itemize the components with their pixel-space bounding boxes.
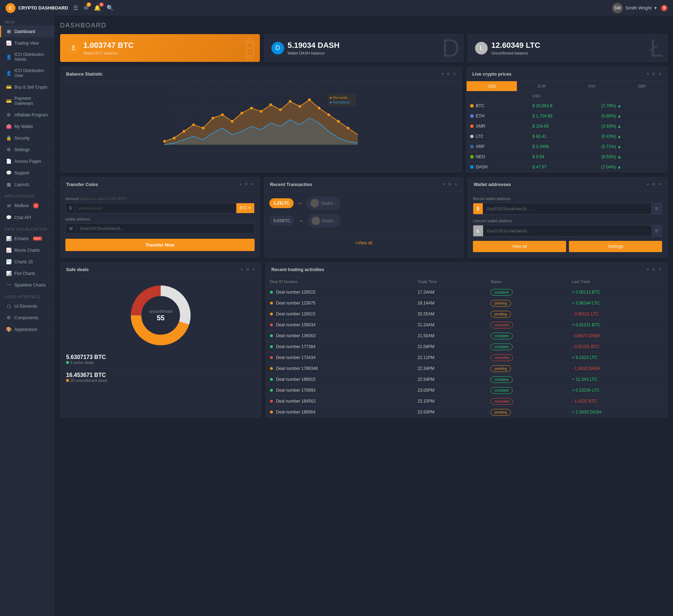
settings-icon[interactable]: ⚙ <box>652 182 655 187</box>
sidebar-icon-sparkline-charts: 〰 <box>6 282 12 288</box>
close-icon[interactable]: ✕ <box>454 182 457 187</box>
transfer-button[interactable]: Transfer Now <box>65 239 255 251</box>
collapse-icon[interactable]: ▾ <box>647 72 649 76</box>
btc-copy-icon[interactable]: ⎘ <box>652 203 662 214</box>
sidebar-item-echarts[interactable]: 📊EchartsHOT‹ <box>0 233 55 244</box>
sidebar-item-dashboard[interactable]: ⊞Dashboard <box>0 26 55 37</box>
sidebar-label-dashboard: Dashboard <box>14 29 35 34</box>
crypto-tab-gbp[interactable]: GBP <box>617 81 667 91</box>
sidebar-item-components[interactable]: ⚙Components‹ <box>0 312 55 323</box>
ltc-copy-icon[interactable]: ⎘ <box>652 225 662 236</box>
sidebar-item-mailbox[interactable]: ✉Mailbox4‹ <box>0 200 55 212</box>
trade-time-0: 17.24AM <box>413 287 486 298</box>
trading-row-8[interactable]: Deal number 189915 22.54PM complete + 12… <box>266 374 667 385</box>
collapse-icon[interactable]: ▾ <box>443 182 445 187</box>
crypto-row-xmr[interactable]: XMR $ 154.65 (3.93%) ▲ <box>467 121 667 131</box>
crypto-row-xrp[interactable]: XRP $ 0.3499 (5.71%) ▲ <box>467 142 667 152</box>
sidebar-label-echarts: Echarts <box>14 236 29 241</box>
collapse-icon[interactable]: ▾ <box>239 182 242 187</box>
settings-icon[interactable]: ⚙ <box>246 267 249 272</box>
trading-row-6[interactable]: Deal number 173434 22.11PM cancelled + 9… <box>266 352 667 363</box>
coin-dot-btc <box>470 104 474 108</box>
settings-icon[interactable]: ⚙ <box>448 182 451 187</box>
btc-address-input[interactable] <box>483 203 652 214</box>
sidebar-item-trading-view[interactable]: 📈Trading View <box>0 37 55 49</box>
col-usd: USD <box>529 91 598 101</box>
trading-row-1[interactable]: Deal number 123675 18.14AM pending + 3.9… <box>266 298 667 309</box>
sidebar-item-ico-user[interactable]: 👤ICO Distribution User <box>0 65 55 81</box>
brand[interactable]: C CRYPTO DASHBOARD <box>6 3 68 13</box>
wallet-view-all-button[interactable]: View all <box>473 241 566 252</box>
trading-row-3[interactable]: Deal number 159034 21.24AM cancelled + 0… <box>266 320 667 331</box>
amount-input[interactable] <box>76 203 236 213</box>
sidebar-icon-layouts: ▦ <box>6 182 12 187</box>
sidebar-item-morris-charts[interactable]: 📈Morris Charts‹ <box>0 244 55 256</box>
crypto-row-neo[interactable]: NEO $ 9.54 (8.55%) ▲ <box>467 152 667 162</box>
tx-amount-1: 0.03BTC <box>269 216 295 226</box>
close-icon[interactable]: ✕ <box>658 72 661 76</box>
crypto-tab-cny[interactable]: CNY <box>567 81 617 91</box>
deal-dot-2 <box>270 313 273 315</box>
sidebar-item-security[interactable]: 🔒Security <box>0 132 55 144</box>
crypto-tab-eur[interactable]: EUR <box>517 81 567 91</box>
trading-row-2[interactable]: Deal number 126515 20.25AM pending - 0.0… <box>266 309 667 320</box>
close-icon[interactable]: ✕ <box>658 182 661 187</box>
settings-icon[interactable]: ⚙ <box>447 72 450 76</box>
trade-time-2: 20.25AM <box>413 309 486 320</box>
user-info[interactable]: SW Smith Wright ▾ <box>612 3 657 13</box>
transaction-list: 1.23LTC → OxsD1... 0.03BTC → OxsD1... <box>264 192 463 237</box>
sidebar-item-payment-gateways[interactable]: 💳Payment Gateways <box>0 93 55 109</box>
crypto-row-ltc[interactable]: LTC $ 60.41 (0.43%) ▲ <box>467 131 667 142</box>
trading-row-0[interactable]: Deal number 126515 17.24AM complete + 0.… <box>266 287 667 298</box>
collapse-icon[interactable]: ▾ <box>647 267 649 272</box>
crypto-row-eth[interactable]: ETH $ 1,704.89 (5.66%) ▲ <box>467 111 667 121</box>
sidebar-item-affiliate[interactable]: ⚙Affailiate Program <box>0 109 55 121</box>
sidebar-item-access-pages[interactable]: 📄Access Pages‹ <box>0 155 55 167</box>
close-icon[interactable]: ✕ <box>658 267 661 272</box>
search-icon[interactable]: 🔍 <box>107 5 114 11</box>
menu-icon[interactable]: ☰ <box>73 5 78 11</box>
svg-point-27 <box>269 103 272 106</box>
sidebar-item-my-wallet[interactable]: 👛My Wallet <box>0 121 55 132</box>
sidebar-label-ico-user: ICO Distribution User <box>14 68 50 78</box>
chat-badge[interactable]: 9 <box>661 5 667 11</box>
collapse-icon[interactable]: ▾ <box>442 72 444 76</box>
ltc-address-input[interactable] <box>483 225 652 236</box>
sidebar-item-settings[interactable]: ⚙Settings‹ <box>0 144 55 155</box>
view-all-button[interactable]: +View all <box>264 237 463 249</box>
sidebar-item-appearance[interactable]: 🎨Appearance‹ <box>0 323 55 335</box>
close-icon[interactable]: ✕ <box>251 182 254 187</box>
sidebar-item-flot-charts[interactable]: 📊Flot Charts‹ <box>0 268 55 279</box>
currency-selector[interactable]: BTC ▾ <box>236 203 254 213</box>
sidebar-item-charts-js[interactable]: 📉Charts JS‹ <box>0 256 55 268</box>
email-icon[interactable]: ✉7 <box>84 5 88 11</box>
sidebar-item-ui-elements[interactable]: ◻Ui Elements‹ <box>0 300 55 312</box>
wallet-settings-button[interactable]: Settings <box>569 241 662 252</box>
close-icon[interactable]: ✕ <box>453 72 456 76</box>
trading-row-10[interactable]: Deal number 184563 23.15PM cancelled - 1… <box>266 396 667 407</box>
settings-icon[interactable]: ⚙ <box>652 72 655 76</box>
sidebar-item-sparkline-charts[interactable]: 〰Sparkline Charts‹ <box>0 279 55 291</box>
collapse-icon[interactable]: ▾ <box>647 182 649 187</box>
sidebar-item-buy-sell[interactable]: 💳Buy & Sell Crypto <box>0 81 55 93</box>
trading-row-11[interactable]: Deal number 186564 23.50PM pending + 2.3… <box>266 407 667 418</box>
sidebar-item-ico-admin[interactable]: 👤ICO Distribution Admin <box>0 49 55 65</box>
bell-icon[interactable]: 🔔3 <box>94 5 101 11</box>
crypto-row-dash[interactable]: DASH $ 47.67 (7.04%) ▲ <box>467 162 667 172</box>
settings-icon[interactable]: ⚙ <box>244 182 248 187</box>
trading-row-5[interactable]: Deal number 177384 21.59PM complete - 0.… <box>266 341 667 352</box>
collapse-icon[interactable]: ▾ <box>241 267 243 272</box>
sidebar-item-layouts[interactable]: ▦Layouts‹ <box>0 179 55 190</box>
crypto-row-btc[interactable]: BTC $ 20,663.8 (7.78%) ▲ <box>467 101 667 111</box>
sidebar-item-support[interactable]: 💬Support‹ <box>0 167 55 179</box>
stat-cards-row: ₿1.003747 BTCWallet BTC balance₿D5.19034… <box>60 34 667 62</box>
crypto-tab-usd[interactable]: USD <box>467 81 517 91</box>
sidebar-item-chat-api[interactable]: 💬Chat API‹ <box>0 212 55 223</box>
sidebar-label-buy-sell: Buy & Sell Crypto <box>14 85 47 90</box>
close-icon[interactable]: ✕ <box>252 267 255 272</box>
settings-icon[interactable]: ⚙ <box>652 267 655 272</box>
trading-row-9[interactable]: Deal number 179993 23.05PM complete + 0.… <box>266 385 667 396</box>
trading-row-7[interactable]: Deal number 1788348 22.34PM pending - 1.… <box>266 363 667 374</box>
wallet-address-input[interactable] <box>77 224 254 233</box>
trading-row-4[interactable]: Deal number 136563 21.50AM complete - 0.… <box>266 331 667 341</box>
